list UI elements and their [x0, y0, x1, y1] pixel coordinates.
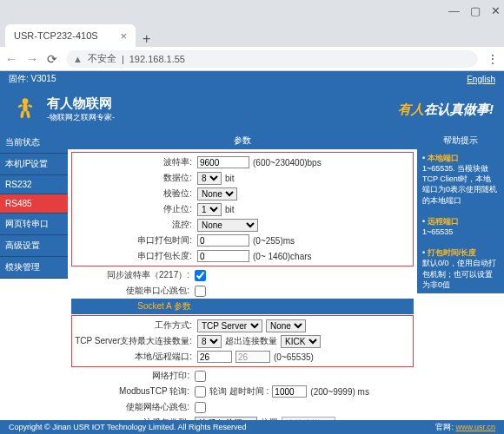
params-header: 参数 — [68, 132, 417, 149]
logo-sub: -物联网之联网专家- — [47, 112, 115, 123]
menu-icon[interactable]: ⋮ — [487, 52, 499, 66]
sidebar-item-rs485[interactable]: RS485 — [0, 194, 68, 214]
help-column: 帮助提示 • 本地端口1~65535. 当模块做TCP Client时，本地端口… — [417, 132, 504, 420]
sidebar-item-status[interactable]: 当前状态 — [0, 132, 68, 154]
logo: 有人物联网 -物联网之联网专家- — [10, 95, 115, 124]
insecure-icon: ▲ — [73, 54, 83, 64]
english-link[interactable]: English — [467, 75, 495, 84]
sidebar-item-advanced[interactable]: 高级设置 — [0, 235, 68, 257]
header: 有人物联网 -物联网之联网专家- 有人在认真做事! — [0, 87, 504, 132]
logo-title: 有人物联网 — [47, 95, 115, 112]
remote-port-input — [235, 351, 270, 363]
sidebar-item-web2serial[interactable]: 网页转串口 — [0, 214, 68, 235]
stopbits-select[interactable]: 1 — [197, 203, 222, 216]
tab-close-icon[interactable]: × — [120, 30, 127, 43]
baud-input[interactable] — [197, 156, 249, 168]
address-bar: ← → ⟳ ▲ 不安全 | 192.168.1.55 ⋮ — [0, 47, 504, 71]
maximize-icon[interactable]: ▢ — [470, 4, 481, 17]
netprint-checkbox[interactable] — [195, 371, 206, 382]
insecure-label: 不安全 — [88, 52, 116, 65]
net-hb-checkbox[interactable] — [195, 402, 206, 413]
serial-params-box: 波特率:(600~230400)bps 数据位:8bit 校验位:None 停止… — [71, 152, 414, 266]
firmware-version: 固件: V3015 — [9, 73, 56, 85]
mode-select[interactable]: TCP Server — [197, 319, 262, 332]
socket-a-header: Socket A 参数 — [71, 299, 414, 314]
pkt-len-input[interactable] — [197, 250, 249, 262]
svg-point-0 — [23, 98, 29, 104]
databits-select[interactable]: 8 — [197, 172, 222, 185]
local-port-input[interactable] — [197, 351, 232, 363]
footer: Copyright © Jinan USR IOT Technology Lim… — [0, 420, 504, 434]
back-icon[interactable]: ← — [5, 52, 17, 66]
browser-tab[interactable]: USR-TCP232-410S × — [5, 24, 136, 47]
help-tips: • 本地端口1~65535. 当模块做TCP Client时，本地端口为0表示使… — [417, 149, 504, 293]
help-header: 帮助提示 — [417, 132, 504, 149]
sidebar-item-rs232[interactable]: RS232 — [0, 175, 68, 194]
svg-rect-5 — [26, 110, 30, 118]
sync-checkbox[interactable] — [195, 270, 206, 281]
socket-a-box: 工作方式:TCP ServerNone TCP Server支持最大连接数量:8… — [71, 315, 414, 367]
sidebar-item-module[interactable]: 模块管理 — [0, 257, 68, 279]
pkt-time-input[interactable] — [197, 234, 249, 247]
reload-icon[interactable]: ⟳ — [47, 52, 57, 66]
modbus-timeout-input[interactable] — [272, 385, 307, 398]
maxconn-select[interactable]: 8 — [197, 335, 222, 348]
sidebar-item-ip[interactable]: 本机IP设置 — [0, 154, 68, 175]
tab-title: USR-TCP232-410S — [14, 30, 98, 41]
svg-rect-1 — [23, 104, 27, 112]
serial-hb-checkbox[interactable] — [195, 286, 206, 297]
page: 固件: V3015 English 有人物联网 -物联网之联网专家- 有人在认真… — [0, 71, 504, 434]
browser-tabs: USR-TCP232-410S × + — [0, 21, 504, 47]
new-tab-button[interactable]: + — [136, 31, 157, 47]
flow-select[interactable]: None — [197, 219, 258, 232]
close-icon[interactable]: ✕ — [491, 4, 501, 17]
sidebar: 当前状态 本机IP设置 RS232 RS485 网页转串口 高级设置 模块管理 — [0, 132, 68, 420]
svg-rect-3 — [28, 104, 33, 108]
copyright: Copyright © Jinan USR IOT Technology Lim… — [9, 423, 246, 431]
baud-label: 波特率: — [74, 156, 194, 168]
mode2-select[interactable]: None — [266, 319, 306, 332]
url-field[interactable]: ▲ 不安全 | 192.168.1.55 — [66, 50, 478, 68]
forward-icon: → — [26, 52, 38, 66]
svg-rect-4 — [20, 110, 24, 118]
minimize-icon[interactable]: — — [448, 4, 460, 17]
firmware-strip: 固件: V3015 English — [0, 71, 504, 87]
svg-rect-2 — [17, 104, 23, 108]
overflow-select[interactable]: KICK — [281, 335, 321, 348]
parity-select[interactable]: None — [197, 187, 237, 201]
window-controls: — ▢ ✕ — [0, 0, 504, 21]
modbus-checkbox[interactable] — [195, 386, 206, 398]
url-text: 192.168.1.55 — [129, 54, 185, 64]
content: 参数 波特率:(600~230400)bps 数据位:8bit 校验位:None… — [68, 132, 417, 420]
slogan: 有人在认真做事! — [398, 102, 494, 118]
site-link[interactable]: www.usr.cn — [455, 423, 495, 431]
logo-icon — [10, 95, 40, 124]
